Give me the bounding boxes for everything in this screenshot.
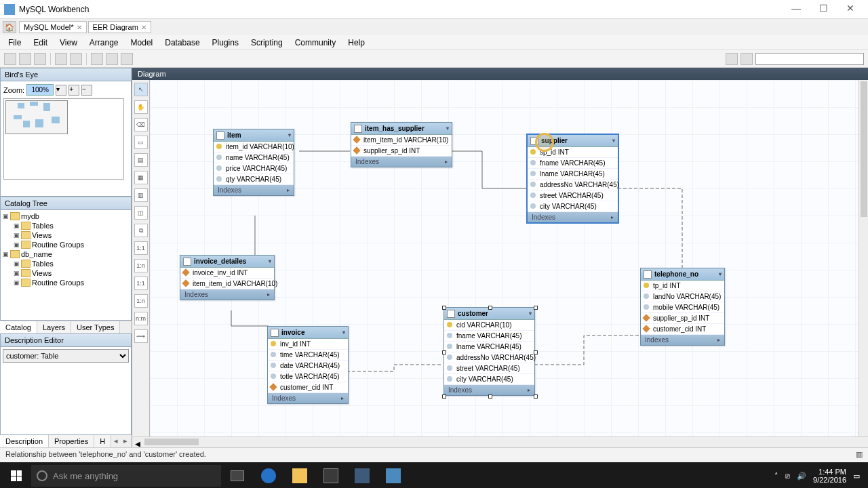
table-tool-icon[interactable]: ▥	[134, 188, 148, 202]
menu-scripting[interactable]: Scripting	[245, 37, 288, 49]
export-icon[interactable]	[121, 53, 133, 65]
desc-nav-left-icon[interactable]: ◂	[111, 435, 121, 447]
tree-db-node[interactable]: ▣db_name	[2, 249, 130, 259]
tree-child-node[interactable]: ▣Routine Groups	[2, 278, 130, 287]
entity-column[interactable]: customer_cid INT	[641, 324, 724, 335]
entity-column[interactable]: sp_id INT	[528, 147, 618, 158]
menu-edit[interactable]: Edit	[28, 37, 53, 49]
view-tool-icon[interactable]: ◫	[134, 206, 148, 220]
entity-column[interactable]: landNo VARCHAR(45)	[641, 291, 724, 302]
entity-column[interactable]: item_item_id VARCHAR(10)	[351, 135, 452, 146]
undo-icon[interactable]	[55, 53, 67, 65]
rel-1-n-id-icon[interactable]: 1:n	[134, 294, 148, 308]
description-select[interactable]: customer: Table	[3, 349, 129, 363]
entity-column[interactable]: supplier_sp_id INT	[351, 146, 452, 157]
expand-icon[interactable]: ▸	[341, 395, 344, 401]
entity-column[interactable]: price VARCHAR(45)	[214, 163, 294, 174]
selection-handle[interactable]	[442, 350, 446, 354]
pointer-tool-icon[interactable]: ↖	[134, 83, 148, 96]
layer-tool-icon[interactable]: ▭	[134, 136, 148, 149]
find-icon[interactable]	[741, 53, 753, 65]
selection-handle[interactable]	[534, 394, 538, 399]
tray-network-icon[interactable]: ⎚	[785, 472, 790, 480]
entity-item_has_supplier[interactable]: item_has_supplier▾item_item_id VARCHAR(1…	[351, 122, 452, 167]
tab-eer-diagram[interactable]: EER Diagram ✕	[88, 21, 151, 33]
maximize-button[interactable]: ☐	[810, 3, 837, 16]
app-taskbar-icon[interactable]	[378, 465, 408, 487]
desc-tab-properties[interactable]: Properties	[49, 435, 94, 447]
eraser-tool-icon[interactable]: ⌫	[134, 118, 148, 131]
entity-header[interactable]: invoice_detailes▾	[180, 256, 274, 268]
entity-customer[interactable]: customer▾cid VARCHAR(10)fname VARCHAR(45…	[443, 307, 535, 396]
search-input[interactable]	[755, 53, 864, 65]
zoom-input[interactable]	[26, 84, 54, 96]
zoom-dropdown-icon[interactable]: ▾	[56, 85, 66, 96]
system-tray[interactable]: ˄ ⎚ 🔊 1:44 PM 9/22/2016 ▭	[774, 468, 865, 484]
entity-column[interactable]: addressNo VARCHAR(45)	[528, 180, 618, 190]
expand-icon[interactable]: ▸	[528, 387, 530, 393]
entity-column[interactable]: street VARCHAR(45)	[528, 190, 618, 201]
store-icon[interactable]	[316, 465, 346, 487]
menu-file[interactable]: File	[3, 37, 26, 49]
entity-column[interactable]: item_item_id VARCHAR(10)	[180, 279, 274, 289]
entity-column[interactable]: date VARCHAR(45)	[268, 361, 348, 371]
desc-tab-h[interactable]: H	[94, 435, 111, 447]
redo-icon[interactable]	[70, 53, 82, 65]
new-file-icon[interactable]	[4, 53, 16, 65]
desc-tab-description[interactable]: Description	[0, 435, 49, 447]
tree-child-node[interactable]: ▣Tables	[2, 221, 130, 230]
entity-indexes[interactable]: Indexes▸	[180, 289, 274, 300]
selection-handle[interactable]	[442, 306, 446, 310]
tree-child-node[interactable]: ▣Tables	[2, 259, 130, 268]
canvas-scrollbar-vertical[interactable]	[859, 80, 868, 436]
image-tool-icon[interactable]: ▦	[134, 171, 148, 184]
collapse-icon[interactable]: ▾	[269, 258, 271, 264]
catalog-tab-layers[interactable]: Layers	[37, 321, 71, 333]
entity-column[interactable]: customer_cid INT	[268, 382, 348, 393]
menu-help[interactable]: Help	[342, 37, 370, 49]
entity-column[interactable]: city VARCHAR(45)	[444, 374, 534, 385]
selection-handle[interactable]	[488, 306, 492, 310]
menu-community[interactable]: Community	[290, 37, 342, 49]
entity-column[interactable]: lname VARCHAR(45)	[528, 169, 618, 180]
tree-child-node[interactable]: ▣Views	[2, 268, 130, 278]
start-button[interactable]	[3, 465, 30, 487]
entity-column[interactable]: cid VARCHAR(10)	[444, 320, 534, 331]
entity-column[interactable]: tp_id INT	[641, 281, 724, 291]
close-button[interactable]: ✕	[837, 3, 864, 16]
entity-indexes[interactable]: Indexes▸	[351, 157, 452, 167]
entity-column[interactable]: supplier_sp_id INT	[641, 313, 724, 324]
entity-indexes[interactable]: Indexes▸	[268, 393, 348, 403]
selection-handle[interactable]	[442, 394, 446, 399]
entity-supplier[interactable]: supplier▾sp_id INTfname VARCHAR(45)lname…	[527, 134, 618, 223]
tray-notifications-icon[interactable]: ▭	[853, 472, 860, 481]
tab-close-icon[interactable]: ✕	[77, 24, 82, 31]
rel-1-1-id-icon[interactable]: 1:1	[134, 277, 148, 290]
tree-db-node[interactable]: ▣mydb	[2, 211, 130, 221]
entity-column[interactable]: name VARCHAR(45)	[214, 152, 294, 163]
grid-icon[interactable]	[91, 53, 103, 65]
expand-icon[interactable]: ▸	[287, 187, 290, 193]
tray-volume-icon[interactable]: 🔊	[797, 472, 806, 481]
diagram-canvas[interactable]: item▾item_id VARCHAR(10)name VARCHAR(45)…	[150, 80, 868, 436]
expand-icon[interactable]: ▸	[717, 337, 720, 343]
cortana-search[interactable]: Ask me anything	[31, 465, 221, 487]
entity-indexes[interactable]: Indexes▸	[528, 212, 618, 222]
collapse-icon[interactable]: ▾	[529, 310, 532, 317]
rel-1-1-nonid-icon[interactable]: 1:1	[134, 241, 148, 255]
zoom-out-icon[interactable]: −	[81, 85, 92, 96]
selection-handle[interactable]	[534, 350, 538, 354]
canvas-scrollbar-horizontal[interactable]: ◂	[132, 436, 868, 447]
tray-chevron-icon[interactable]: ˄	[774, 472, 778, 481]
task-view-icon[interactable]	[222, 465, 252, 487]
entity-column[interactable]: fname VARCHAR(45)	[528, 158, 618, 169]
menu-model[interactable]: Model	[125, 37, 159, 49]
hand-tool-icon[interactable]: ✋	[134, 100, 148, 114]
expand-icon[interactable]: ▸	[445, 159, 448, 165]
tree-child-node[interactable]: ▣Routine Groups	[2, 240, 130, 249]
save-icon[interactable]	[34, 53, 46, 65]
entity-header[interactable]: telephone_no▾	[641, 268, 724, 281]
minimize-button[interactable]: —	[783, 3, 810, 16]
entity-column[interactable]: invoice_inv_id INT	[180, 268, 274, 279]
zoom-in-icon[interactable]: +	[68, 85, 79, 96]
